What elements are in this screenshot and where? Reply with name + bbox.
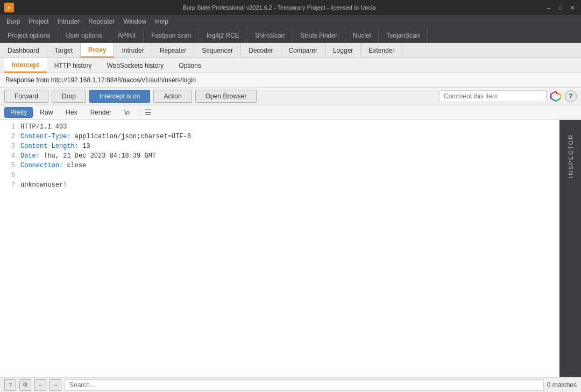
intercept-toggle[interactable]: Intercept is on [89, 90, 150, 103]
menu-repeater[interactable]: Repeater [84, 15, 119, 28]
tab-target[interactable]: Target [47, 43, 81, 58]
action-button[interactable]: Action [153, 90, 192, 103]
format-tabs: Pretty Raw Hex Render \n ☰ [0, 105, 581, 120]
subtab-websockets[interactable]: WebSockets history [99, 58, 171, 73]
top-tabs-row1: Project options User options APIKit Fast… [0, 28, 581, 43]
drop-button[interactable]: Drop [52, 90, 86, 103]
status-bar: ? ⚙ ← → 0 matches [0, 377, 581, 392]
tab-fastjson[interactable]: Fastjson scan [144, 28, 199, 42]
menu-intruder[interactable]: Intruder [53, 15, 84, 28]
editor-line-2: 2 Content-Type: application/json;charset… [0, 132, 559, 141]
svg-marker-7 [551, 98, 556, 101]
svg-marker-3 [556, 91, 557, 94]
help-button[interactable]: ? [565, 90, 577, 102]
tab-sequencer[interactable]: Sequencer [194, 43, 241, 58]
editor-line-4: 4 Date: Thu, 21 Dec 2023 04:18:39 GMT [0, 151, 559, 161]
url-bar: Response from http://192.168.1.12:8848/n… [0, 73, 581, 88]
maximize-button[interactable]: □ [556, 3, 565, 12]
forward-button[interactable]: Forward [4, 90, 48, 103]
menubar: Burp Project Intruder Repeater Window He… [0, 15, 581, 28]
action-toolbar: Forward Drop Intercept is on Action Open… [0, 88, 581, 105]
svg-marker-6 [556, 98, 561, 101]
subtab-http-history[interactable]: HTTP history [47, 58, 100, 73]
menu-window[interactable]: Window [119, 15, 151, 28]
tab-tsojan[interactable]: TsojanScan [379, 28, 428, 42]
subtab-options[interactable]: Options [171, 58, 208, 73]
minimize-button[interactable]: – [544, 3, 553, 12]
comment-input[interactable] [439, 90, 547, 102]
tab-extender[interactable]: Extender [361, 43, 402, 58]
proxy-subtabs: Intercept HTTP history WebSockets histor… [0, 58, 581, 73]
editor-line-3: 3 Content-Length: 13 [0, 141, 559, 151]
format-pretty[interactable]: Pretty [4, 107, 33, 118]
settings-status-button[interactable]: ⚙ [19, 379, 31, 391]
tab-user-options[interactable]: User options [58, 28, 110, 42]
inspector-label: INSPECTOR [568, 129, 574, 183]
search-input[interactable] [65, 379, 544, 391]
tab-apikit[interactable]: APIKit [110, 28, 144, 42]
editor-line-7: 7 unknownuser! [0, 180, 559, 190]
titlebar: B Burp Suite Professional v2021.6.2 - Te… [0, 0, 581, 15]
open-browser-button[interactable]: Open Browser [195, 90, 257, 103]
burp-icon: B [4, 3, 14, 12]
editor-line-1: 1 HTTP/1.1 403 [0, 122, 559, 132]
top-tabs-row2: Dashboard Target Proxy Intruder Repeater… [0, 43, 581, 58]
format-newline[interactable]: \n [118, 107, 136, 118]
menu-project[interactable]: Project [24, 15, 53, 28]
burp-colorful-icon [550, 90, 562, 102]
back-button[interactable]: ← [34, 379, 46, 391]
format-render[interactable]: Render [84, 107, 117, 118]
menu-burp[interactable]: Burp [2, 15, 24, 28]
close-button[interactable]: ✕ [568, 3, 577, 12]
format-separator [139, 108, 139, 117]
hamburger-icon[interactable]: ☰ [145, 108, 152, 117]
tab-proxy[interactable]: Proxy [81, 43, 114, 58]
response-editor[interactable]: 1 HTTP/1.1 403 2 Content-Type: applicati… [0, 120, 559, 389]
tab-dashboard[interactable]: Dashboard [0, 43, 47, 58]
forward-nav-button[interactable]: → [49, 379, 61, 391]
tab-repeater[interactable]: Repeater [152, 43, 194, 58]
subtab-intercept[interactable]: Intercept [4, 58, 47, 73]
editor-line-6: 6 [0, 170, 559, 180]
svg-marker-9 [551, 91, 556, 94]
format-raw[interactable]: Raw [34, 107, 59, 118]
tab-comparer[interactable]: Comparer [281, 43, 325, 58]
tab-struts[interactable]: Struts Finder [293, 28, 345, 42]
window-title: Burp Suite Professional v2021.6.2 - Temp… [14, 4, 544, 11]
matches-count: 0 matches [547, 381, 577, 389]
menu-help[interactable]: Help [151, 15, 173, 28]
format-hex[interactable]: Hex [60, 107, 83, 118]
tab-decoder[interactable]: Decoder [241, 43, 281, 58]
help-status-button[interactable]: ? [4, 379, 16, 391]
tab-log4j2[interactable]: log4j2 RCE [199, 28, 247, 42]
editor-line-5: 5 Connection: close [0, 161, 559, 170]
tab-shiroscan[interactable]: ShiroScan [247, 28, 293, 42]
tab-intruder[interactable]: Intruder [114, 43, 152, 58]
inspector-panel: ⋮ INSPECTOR ⋮ [559, 120, 581, 389]
main-area: 1 HTTP/1.1 403 2 Content-Type: applicati… [0, 120, 581, 389]
svg-text:B: B [8, 5, 11, 10]
tab-logger[interactable]: Logger [325, 43, 361, 58]
tab-project-options[interactable]: Project options [0, 28, 58, 42]
tab-nuclei[interactable]: Nuclei [345, 28, 379, 42]
